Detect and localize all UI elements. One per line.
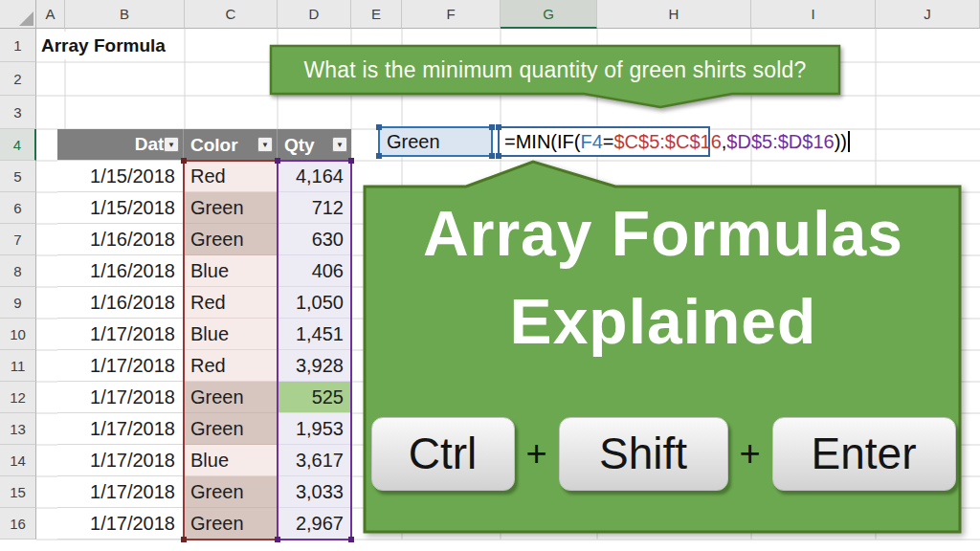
cell-date[interactable]: 1/15/2018: [57, 161, 184, 192]
cell-date[interactable]: 1/16/2018: [57, 287, 184, 319]
cell-qty[interactable]: 712: [278, 192, 351, 224]
cell-color[interactable]: Blue: [184, 445, 278, 476]
row-header-16[interactable]: 16: [0, 508, 36, 540]
row-header-8[interactable]: 8: [0, 255, 36, 287]
cell-date[interactable]: 1/15/2018: [57, 192, 184, 224]
column-header-f[interactable]: F: [402, 0, 501, 29]
table-header-color[interactable]: Color ▼: [184, 129, 278, 161]
cell-date[interactable]: 1/17/2018: [57, 350, 184, 382]
range-handle: [376, 124, 382, 130]
cell-color[interactable]: Green: [184, 224, 278, 255]
cell-date[interactable]: 1/17/2018: [57, 382, 184, 413]
filter-icon[interactable]: ▼: [257, 137, 273, 152]
select-all-icon: [19, 11, 33, 26]
column-header-d[interactable]: D: [278, 0, 351, 29]
cell-qty[interactable]: 1,451: [278, 319, 351, 350]
cell-date[interactable]: 1/17/2018: [57, 319, 184, 350]
row-header-7[interactable]: 7: [0, 224, 36, 255]
cell-a1-title[interactable]: Array Formula: [39, 32, 171, 59]
cell-date[interactable]: 1/17/2018: [57, 413, 184, 445]
cell-color[interactable]: Green: [184, 192, 278, 224]
cell-qty[interactable]: 406: [278, 255, 351, 287]
column-header-i[interactable]: I: [751, 0, 876, 29]
select-all-button[interactable]: [0, 0, 36, 29]
question-banner-text: What is the minimum quantity of green sh…: [271, 46, 839, 94]
column-header-e[interactable]: E: [351, 0, 402, 29]
overlay-title-line2: Explained: [362, 285, 965, 358]
column-header-j[interactable]: J: [876, 0, 980, 29]
plus-sign: +: [728, 433, 772, 474]
row-header-6[interactable]: 6: [0, 192, 36, 224]
row-header-3[interactable]: 3: [0, 96, 36, 129]
cell-date[interactable]: 1/16/2018: [57, 255, 184, 287]
table-header-qty-label: Qty: [284, 135, 315, 156]
filter-icon[interactable]: ▼: [164, 137, 179, 152]
formula-part: =: [603, 131, 614, 153]
row-header-5[interactable]: 5: [0, 161, 36, 192]
row-header-14[interactable]: 14: [0, 445, 36, 476]
cell-qty[interactable]: 3,617: [278, 445, 351, 476]
filter-icon[interactable]: ▼: [332, 137, 347, 152]
cell-qty[interactable]: 2,967: [278, 508, 351, 540]
sales-table: Date ▼ Color ▼ Qty ▼ 1/15/2018 Red 4,164…: [57, 129, 351, 540]
table-header-qty[interactable]: Qty ▼: [278, 129, 351, 161]
cell-qty[interactable]: 3,033: [278, 476, 351, 508]
table-row: 1/16/2018 Green 630: [57, 224, 351, 255]
cell-color[interactable]: Green: [184, 382, 278, 413]
cell-date[interactable]: 1/17/2018: [57, 508, 184, 540]
cell-qty[interactable]: 3,928: [278, 350, 351, 382]
cell-color[interactable]: Red: [184, 350, 278, 382]
enter-key: Enter: [772, 417, 956, 491]
table-row: 1/15/2018 Green 712: [57, 192, 351, 224]
cell-qty[interactable]: 1,953: [278, 413, 351, 445]
table-header-date[interactable]: Date ▼: [57, 129, 184, 161]
text-cursor: [848, 131, 850, 152]
column-header-h[interactable]: H: [597, 0, 751, 29]
column-header-a[interactable]: A: [36, 0, 65, 29]
cell-color[interactable]: Blue: [184, 255, 278, 287]
table-row: 1/17/2018 Green 2,967: [57, 508, 351, 540]
table-row: 1/17/2018 Green 1,953: [57, 413, 351, 445]
formula-part: =MIN(IF(: [504, 131, 580, 153]
cell-qty[interactable]: 4,164: [278, 161, 351, 192]
row-header-11[interactable]: 11: [0, 350, 36, 382]
range-handle: [496, 124, 501, 130]
table-row: 1/17/2018 Green 525: [57, 382, 351, 413]
row-header-9[interactable]: 9: [0, 287, 36, 319]
criteria-value: Green: [380, 131, 440, 153]
column-header-b[interactable]: B: [65, 0, 185, 29]
cell-date[interactable]: 1/17/2018: [57, 476, 184, 508]
cell-date[interactable]: 1/16/2018: [57, 224, 184, 255]
cell-qty[interactable]: 1,050: [278, 287, 351, 319]
shift-key: Shift: [559, 417, 728, 491]
shortcut-keys: Ctrl + Shift + Enter: [362, 416, 965, 491]
row-header-2[interactable]: 2: [0, 62, 36, 96]
cell-g4-formula-edit[interactable]: =MIN(IF( F4 = $C$5:$C$16 , $D$5:$D$16 )): [498, 126, 710, 157]
formula-part: )): [835, 131, 847, 153]
table-header-color-label: Color: [190, 135, 238, 156]
formula-ref-qty-range: $D$5:$D$16: [726, 131, 834, 153]
cell-qty[interactable]: 630: [278, 224, 351, 255]
cell-date[interactable]: 1/17/2018: [57, 445, 184, 476]
table-row: 1/17/2018 Green 3,033: [57, 476, 351, 508]
cell-color[interactable]: Green: [184, 508, 278, 540]
cell-f4-criteria[interactable]: Green: [378, 126, 493, 157]
table-row: 1/16/2018 Red 1,050: [57, 287, 351, 319]
cell-color[interactable]: Green: [184, 476, 278, 508]
row-header-12[interactable]: 12: [0, 382, 36, 413]
cell-color[interactable]: Red: [184, 161, 278, 192]
row-header-1[interactable]: 1: [0, 29, 36, 62]
excel-sheet: A B C D E F G H I J 1 2 3 4 5 6 7 8 9 10…: [0, 0, 980, 551]
cell-qty-highlighted-minimum[interactable]: 525: [278, 382, 351, 413]
column-header-c[interactable]: C: [185, 0, 278, 29]
row-header-4-selected[interactable]: 4: [0, 129, 36, 161]
cell-color[interactable]: Blue: [184, 319, 278, 350]
table-row: 1/17/2018 Blue 3,617: [57, 445, 351, 476]
range-handle: [489, 124, 495, 130]
cell-color[interactable]: Red: [184, 287, 278, 319]
column-header-g-selected[interactable]: G: [501, 0, 597, 29]
cell-color[interactable]: Green: [184, 413, 278, 445]
row-header-10[interactable]: 10: [0, 319, 36, 350]
row-header-13[interactable]: 13: [0, 413, 36, 445]
row-header-15[interactable]: 15: [0, 476, 36, 508]
